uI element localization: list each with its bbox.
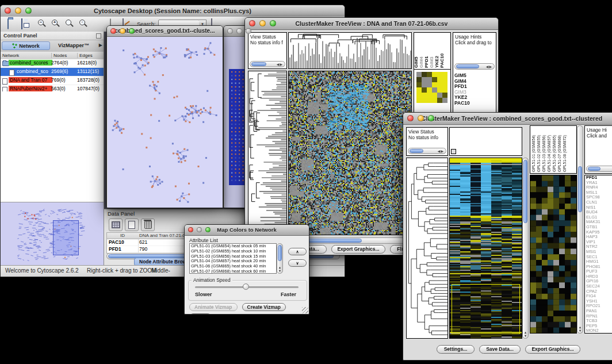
close-icon[interactable] [249, 20, 255, 26]
minimize-icon[interactable] [120, 28, 125, 34]
gene-label[interactable]: PAC10 [453, 101, 496, 106]
tv2-heatmap-canvas[interactable] [450, 158, 522, 338]
scroll-thumb[interactable] [523, 160, 527, 223]
matrix-cell[interactable] [422, 93, 427, 98]
tv1-heatmap-canvas[interactable] [289, 71, 411, 235]
matrix-cell[interactable] [427, 82, 432, 87]
save-icon[interactable] [21, 18, 22, 29]
column-label[interactable]: GIM5 [414, 56, 419, 68]
tv1-heatmap[interactable] [288, 71, 412, 235]
zoom-window-icon[interactable] [25, 7, 32, 14]
network-table-row[interactable]: DNA and Tran 07 769(0) 183728(0) [1, 76, 104, 85]
matrix-cell[interactable] [437, 87, 442, 93]
matrix-cell[interactable] [442, 98, 447, 103]
zoom-window-icon[interactable] [129, 28, 135, 34]
matrix-cell[interactable] [427, 98, 432, 103]
tv2-hints-scrollbar[interactable] [586, 166, 612, 172]
column-label[interactable]: GPL51-01 (GSM854) [531, 135, 536, 172]
zoom-window-icon[interactable] [270, 20, 276, 26]
matrix-cell[interactable] [442, 93, 447, 98]
matrix-cell[interactable] [422, 98, 427, 103]
tv2-detail-heatmap-canvas[interactable] [530, 175, 576, 333]
column-label[interactable]: GPL51-04 (GSM857) [547, 135, 551, 172]
dialog-button[interactable]: Create Vizmap [242, 303, 286, 311]
matrix-cell[interactable] [427, 72, 432, 77]
scroll-thumb[interactable] [410, 149, 423, 153]
main-titlebar[interactable]: Cytoscape Desktop (Session Name: collins… [1, 5, 345, 17]
matrix-cell[interactable] [427, 87, 432, 93]
tv1-zoom-matrix[interactable] [416, 72, 447, 103]
zoom-window-icon[interactable] [205, 227, 211, 232]
birdseye-canvas[interactable] [1, 203, 102, 265]
export-graphics-button[interactable]: Export Graphics... [525, 345, 580, 354]
column-label[interactable]: GPL51-07 (GSM868) [557, 135, 561, 172]
matrix-cell[interactable] [422, 77, 427, 82]
scroll-arrows-icon[interactable]: ◀▶ [277, 62, 283, 67]
tab-overflow-icon[interactable]: ▶ [99, 43, 102, 48]
matrix-cell[interactable] [432, 77, 437, 82]
column-label[interactable]: GIM3 [429, 56, 434, 68]
network-canvas[interactable] [108, 37, 223, 208]
matrix-cell[interactable] [437, 77, 442, 82]
column-label[interactable]: GPL51-02 (GSM855) [537, 135, 541, 172]
dialog-button[interactable]: Done [189, 313, 212, 315]
minimize-icon[interactable] [259, 20, 266, 26]
scroll-thumb[interactable] [588, 167, 600, 171]
matrix-cell[interactable] [432, 87, 437, 93]
resize-grip[interactable] [302, 307, 308, 313]
attribute-item[interactable]: GPL51-07 (GSM868) heat shock 60 min [190, 269, 276, 274]
scroll-thumb[interactable] [251, 62, 266, 66]
save-data-button[interactable]: Save Data... [479, 345, 521, 354]
scroll-arrows-icon[interactable]: ▲▼ [277, 266, 282, 273]
scroll-thumb[interactable] [307, 239, 362, 243]
zoom-window-icon[interactable] [428, 115, 434, 121]
dialog-titlebar[interactable]: Map Colors to Network [185, 225, 309, 236]
tv2-detail-vscrollbar[interactable]: ▲▼ [577, 125, 583, 334]
column-label[interactable]: GPL51-06 (GSM865) [552, 135, 556, 172]
tv2-column-dendrogram[interactable] [449, 127, 522, 156]
settings-button[interactable]: Settings... [437, 345, 475, 354]
tv1-row-dendrogram-canvas[interactable] [248, 71, 286, 235]
matrix-cell[interactable] [416, 87, 422, 93]
column-label[interactable]: PAC10 [439, 53, 445, 68]
matrix-cell[interactable] [422, 87, 427, 93]
matrix-cell[interactable] [416, 93, 422, 98]
minimize-icon[interactable] [418, 115, 424, 121]
matrix-cell[interactable] [437, 93, 442, 98]
tab-network[interactable]: Network [2, 41, 50, 50]
float-panel-icon[interactable] [96, 33, 101, 39]
tv1-zoom-hscrollbar[interactable]: ◀▶ [454, 63, 495, 70]
open-file-icon[interactable] [7, 18, 9, 29]
tv2-row-dendrogram-canvas[interactable] [407, 158, 447, 338]
matrix-cell[interactable] [432, 82, 437, 87]
tv1-status-scrollbar[interactable]: ◀▶ [250, 61, 285, 67]
matrix-cell[interactable] [437, 82, 442, 87]
tab-vizmapper[interactable]: VizMapper™ [52, 41, 95, 50]
column-label[interactable]: GIM4 [419, 56, 424, 68]
matrix-cell[interactable] [427, 77, 432, 82]
column-label[interactable]: PFD1 [424, 56, 429, 68]
tv2-heatmap[interactable] [449, 158, 522, 339]
tv2-main-vscrollbar[interactable]: ▲▼ [522, 158, 529, 339]
minimize-icon[interactable] [236, 28, 242, 34]
gene-label[interactable]: MON2 [585, 328, 612, 334]
scroll-arrows-icon[interactable]: ◀▶ [438, 148, 444, 154]
minimize-icon[interactable] [197, 227, 202, 232]
treeview1-titlebar[interactable]: ClusterMaker TreeView : DNA and Tran 07-… [245, 18, 498, 30]
matrix-cell[interactable] [437, 98, 442, 103]
column-label[interactable]: YKE2 [434, 56, 439, 68]
tv1-column-dendrogram-canvas[interactable] [289, 33, 411, 68]
matrix-cell[interactable] [427, 93, 432, 98]
matrix-cell[interactable] [422, 82, 427, 87]
matrix-cell[interactable] [432, 98, 437, 103]
network-table-row[interactable]: combined_scores 2764(0) 16218(0) [1, 59, 104, 68]
tv1-row-dendrogram[interactable] [248, 71, 287, 235]
tv1-column-dendrogram[interactable] [288, 32, 412, 69]
close-icon[interactable] [407, 115, 414, 121]
dialog-button[interactable]: Animate Vizmap [189, 303, 238, 311]
treeview2-titlebar[interactable]: ClusterMaker TreeView : combined_scores_… [403, 113, 612, 125]
matrix-cell[interactable] [416, 77, 422, 82]
matrix-cell[interactable] [416, 98, 422, 103]
zoom-window-icon[interactable] [246, 28, 251, 34]
scroll-thumb[interactable] [278, 245, 282, 261]
